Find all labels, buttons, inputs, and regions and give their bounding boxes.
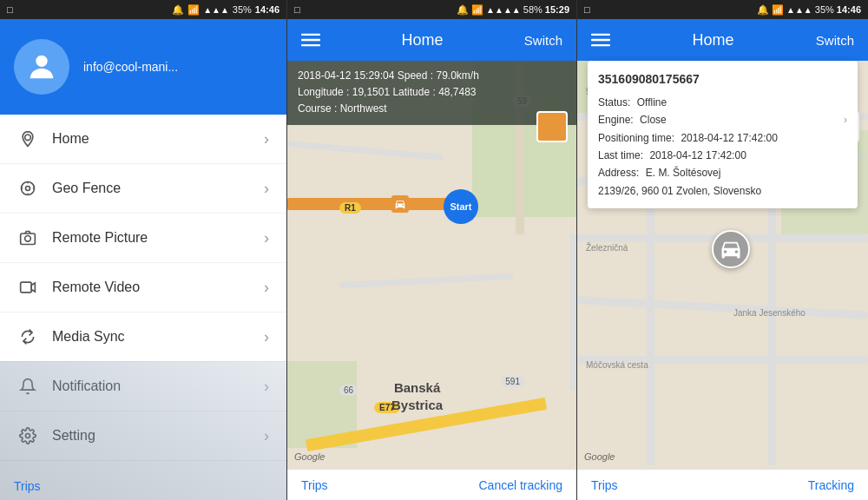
nav-drawer: □ 🔔 📶 ▲▲▲ 35% 14:46 info@cool-mani...: [0, 0, 286, 500]
trip-route: [287, 198, 461, 210]
chevron-right-icon-3: ›: [264, 229, 269, 247]
device-info-card: 351609080175667 Status: Offline Engine: …: [588, 61, 858, 208]
status-left-icon: □: [7, 4, 13, 15]
status-bar-2: □ 🔔 📶 ▲▲▲▲ 58% 15:29: [287, 0, 576, 19]
svg-rect-9: [301, 39, 320, 41]
track-label-5: Móčovská cesta: [586, 360, 648, 370]
car-icon: [719, 237, 743, 261]
svg-point-3: [26, 187, 30, 191]
status-icons-3: 🔔 📶 ▲▲▲ 35% 14:46: [757, 4, 861, 16]
clock-2: 15:29: [545, 4, 569, 15]
app-bar-3: Home Switch: [577, 19, 868, 61]
status-icons-1: 🔔 📶 ▲▲▲ 35% 14:46: [172, 4, 279, 16]
car-pin[interactable]: [712, 230, 750, 268]
map-panel: □ 🔔 📶 ▲▲▲▲ 58% 15:29 Home Switch 2018-04…: [286, 0, 577, 500]
chevron-right-icon-4: ›: [264, 279, 269, 297]
home-label: Home: [52, 131, 250, 147]
geo-fence-label: Geo Fence: [52, 181, 250, 196]
road-label-66: 66: [339, 385, 358, 396]
trips-button-3[interactable]: Trips: [591, 478, 618, 492]
wifi-icon: 📶: [187, 4, 200, 16]
sync-icon: [17, 326, 38, 347]
tracking-panel: □ 🔔 📶 ▲▲▲ 35% 14:46 Home Switch: [577, 0, 868, 500]
avatar[interactable]: [14, 39, 69, 95]
signal-icon-2: ▲▲▲▲: [486, 5, 521, 15]
svg-point-1: [25, 135, 31, 141]
start-label: Start: [450, 201, 471, 212]
trip-info-line2: Longitude : 19,1501 Latitude : 48,7483: [298, 84, 566, 101]
menu-button-3[interactable]: [591, 30, 610, 49]
status-label: Status:: [598, 96, 630, 109]
tracking-button[interactable]: Tracking: [808, 478, 854, 492]
engine-row: Engine: Close ›: [598, 111, 847, 128]
google-logo-3: Google: [584, 451, 615, 462]
map-view-2[interactable]: R1 E77 59 66 591 BanskáBystrica Start Go…: [287, 61, 576, 500]
clock-1: 14:46: [255, 4, 279, 15]
svg-rect-13: [591, 44, 610, 46]
status-value: Offline: [637, 96, 667, 109]
google-text: Google: [294, 451, 325, 462]
camera-icon: [17, 227, 38, 248]
app-bar-2: Home Switch: [287, 19, 576, 61]
engine-arrow[interactable]: ›: [844, 111, 847, 128]
battery-text: 35%: [233, 4, 252, 15]
trips-button-2[interactable]: Trips: [301, 478, 328, 492]
svg-rect-10: [301, 44, 320, 46]
city-label: BanskáBystrica: [391, 379, 443, 413]
sidebar-item-home[interactable]: Home ›: [0, 115, 286, 164]
address-row: Address: E. M. Šoltésovej2139/26, 960 01…: [598, 164, 847, 200]
svg-rect-11: [591, 34, 610, 36]
chevron-right-icon-5: ›: [264, 328, 269, 346]
trip-info-line3: Course : Northwest: [298, 101, 566, 117]
sidebar-item-remote-picture[interactable]: Remote Picture ›: [0, 214, 286, 263]
track-label-3: Železničná: [586, 243, 628, 253]
location-icon: [17, 128, 38, 149]
battery-text-2: 58%: [523, 4, 542, 15]
sidebar-item-media-sync[interactable]: Media Sync ›: [0, 312, 286, 362]
last-time-row: Last time: 2018-04-12 17:42:00: [598, 147, 847, 164]
positioning-row: Positioning time: 2018-04-12 17:42:00: [598, 129, 847, 147]
map-canvas-2: R1 E77 59 66 591 BanskáBystrica Start Go…: [287, 61, 576, 500]
signal-icon-3: ▲▲▲: [786, 5, 812, 15]
app-title-3: Home: [692, 31, 733, 49]
nav-header: info@cool-mani...: [0, 19, 286, 115]
start-pin[interactable]: Start: [444, 189, 478, 224]
track-label-4: Janka Jesenského: [733, 308, 806, 318]
alarm-icon-3: 🔔: [757, 4, 769, 15]
sidebar-item-remote-video[interactable]: Remote Video ›: [0, 263, 286, 312]
switch-button-3[interactable]: Switch: [816, 33, 854, 48]
trips-link[interactable]: Trips: [14, 479, 41, 493]
battery-text-3: 35%: [815, 4, 834, 15]
status-left-icon-3: □: [584, 4, 590, 15]
alarm-icon-2: 🔔: [457, 4, 469, 15]
remote-video-label: Remote Video: [52, 280, 250, 295]
clock-3: 14:46: [837, 4, 861, 15]
switch-button-2[interactable]: Switch: [524, 33, 562, 48]
svg-point-2: [22, 182, 35, 195]
status-bar-1: □ 🔔 📶 ▲▲▲ 35% 14:46: [0, 0, 286, 19]
wifi-icon-3: 📶: [772, 4, 784, 15]
device-id: 351609080175667: [598, 69, 847, 90]
menu-button-2[interactable]: [301, 30, 320, 49]
cancel-tracking-button[interactable]: Cancel tracking: [479, 478, 563, 492]
google-logo-2: Google: [294, 451, 325, 462]
person-icon: [24, 49, 59, 84]
tracking-bar: Trips Tracking: [577, 469, 868, 500]
road-label-r1: R1: [339, 202, 361, 214]
wifi-icon-2: 📶: [471, 4, 483, 15]
status-bar-3: □ 🔔 📶 ▲▲▲ 35% 14:46: [577, 0, 868, 19]
hamburger-icon-3: [591, 30, 610, 49]
trip-info-line1: 2018-04-12 15:29:04 Speed : 79.0km/h: [298, 68, 566, 84]
svg-point-5: [25, 236, 31, 242]
trip-info-overlay: 2018-04-12 15:29:04 Speed : 79.0km/h Lon…: [287, 61, 576, 125]
status-icons-2: 🔔 📶 ▲▲▲▲ 58% 15:29: [457, 4, 569, 16]
map-thumbnail-2[interactable]: [536, 111, 568, 142]
sidebar-item-geo-fence[interactable]: Geo Fence ›: [0, 164, 286, 214]
hamburger-icon-2: [301, 30, 320, 49]
svg-rect-6: [21, 282, 32, 293]
app-title-2: Home: [401, 31, 443, 49]
signal-icon: ▲▲▲: [203, 5, 229, 15]
video-icon: [17, 277, 38, 298]
road-side-2: [570, 234, 576, 391]
svg-point-0: [36, 56, 47, 67]
